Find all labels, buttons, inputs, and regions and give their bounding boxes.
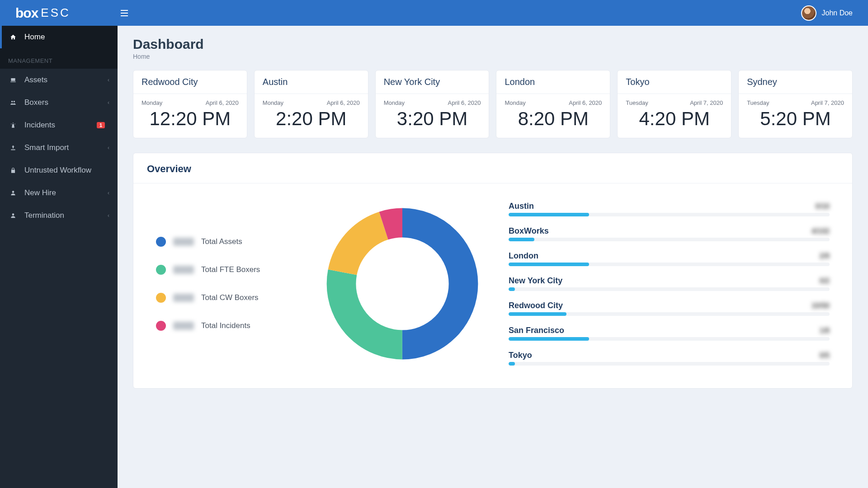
legend-item: Total Incidents (156, 321, 296, 331)
donut-chart (305, 202, 500, 366)
legend-label: Total Incidents (201, 321, 250, 330)
progress-bar (509, 238, 830, 241)
clock-day: Tuesday (747, 99, 769, 106)
city-name: New York City (509, 276, 562, 286)
overview-panel: Overview Total AssetsTotal FTE BoxersTot… (133, 153, 853, 389)
clock-date: April 6, 2020 (448, 99, 481, 106)
city-progress-row: BoxWorks4/102 (509, 226, 830, 241)
clock-time: 2:20 PM (263, 108, 360, 130)
beacon-icon (8, 122, 18, 128)
city-progress-row: Austin0/10 (509, 202, 830, 216)
sidebar-item-boxers[interactable]: Boxers‹ (0, 91, 118, 114)
overview-title: Overview (133, 153, 852, 183)
clock-city: Tokyo (618, 70, 731, 94)
chevron-left-icon: ‹ (108, 190, 109, 196)
clock-card: LondonMondayApril 6, 20208:20 PM (496, 70, 610, 138)
city-name: Tokyo (509, 351, 532, 360)
progress-fill (509, 337, 589, 341)
legend-label: Total CW Boxers (201, 293, 259, 302)
progress-fill (509, 213, 589, 216)
progress-bar (509, 337, 830, 341)
progress-bar (509, 362, 830, 366)
user-icon (8, 212, 18, 219)
sidebar-item-label: Home (24, 33, 109, 42)
progress-fill (509, 362, 515, 366)
clock-date: April 7, 2020 (690, 99, 723, 106)
city-progress-row: New York City0/2 (509, 276, 830, 291)
city-progress-row: London2/9 (509, 251, 830, 266)
laptop-icon (8, 77, 18, 83)
sidebar: Home MANAGEMENT Assets‹Boxers‹Incidents1… (0, 26, 118, 488)
progress-bar (509, 287, 830, 291)
user-menu[interactable]: John Doe (801, 5, 868, 21)
sidebar-item-home[interactable]: Home (0, 26, 118, 48)
city-name: San Francisco (509, 326, 564, 335)
clock-date: April 6, 2020 (206, 99, 239, 106)
sidebar-badge: 1 (97, 122, 105, 128)
chevron-left-icon: ‹ (108, 77, 109, 83)
legend-label: Total FTE Boxers (201, 265, 260, 274)
user-name-label: John Doe (822, 9, 853, 17)
city-name: BoxWorks (509, 226, 549, 236)
legend-item: Total FTE Boxers (156, 265, 296, 275)
page-title: Dashboard (133, 37, 853, 52)
sidebar-item-smart-import[interactable]: Smart Import‹ (0, 136, 118, 159)
legend-swatch (156, 293, 166, 303)
chevron-left-icon: ‹ (108, 145, 109, 151)
progress-fill (509, 238, 534, 241)
sidebar-item-assets[interactable]: Assets‹ (0, 69, 118, 91)
progress-bar (509, 213, 830, 216)
chevron-left-icon: ‹ (108, 212, 109, 219)
progress-fill (509, 312, 566, 316)
legend-value-redacted (173, 238, 194, 246)
sidebar-item-untrusted-workflow[interactable]: Untrusted Workflow (0, 159, 118, 182)
clock-date: April 7, 2020 (811, 99, 844, 106)
city-progress-row: Redwood City10/50 (509, 301, 830, 316)
progress-bar (509, 312, 830, 316)
users-icon (8, 99, 18, 106)
menu-toggle-icon[interactable] (118, 10, 131, 16)
clock-day: Monday (384, 99, 405, 106)
clock-city: Redwood City (133, 70, 247, 94)
avatar (801, 5, 816, 21)
clock-city: Austin (255, 70, 368, 94)
clock-card: Redwood CityMondayApril 6, 202012:20 PM (133, 70, 247, 138)
clock-city: New York City (376, 70, 489, 94)
brand-logo: box ESC (0, 5, 118, 21)
city-value-redacted: 10/50 (811, 302, 830, 310)
lock-icon (8, 167, 18, 174)
city-progress-row: San Francisco1/8 (509, 326, 830, 341)
clock-day: Tuesday (626, 99, 648, 106)
clock-city: London (496, 70, 610, 94)
legend-item: Total Assets (156, 237, 296, 247)
sidebar-item-termination[interactable]: Termination‹ (0, 204, 118, 227)
clock-city: Sydney (739, 70, 852, 94)
city-value-redacted: 4/102 (811, 227, 830, 235)
brand-light: ESC (41, 6, 70, 20)
user-icon (8, 190, 18, 196)
legend-swatch (156, 265, 166, 275)
home-icon (8, 34, 18, 40)
legend-swatch (156, 237, 166, 247)
sidebar-item-label: Incidents (24, 121, 97, 130)
clock-card: New York CityMondayApril 6, 20203:20 PM (375, 70, 490, 138)
city-value-redacted: 0/5 (820, 352, 830, 360)
breadcrumb[interactable]: Home (133, 53, 853, 60)
clock-card: SydneyTuesdayApril 7, 20205:20 PM (738, 70, 853, 138)
sidebar-item-label: Boxers (24, 98, 108, 107)
clock-time: 5:20 PM (747, 108, 844, 130)
main-content: Dashboard Home Redwood CityMondayApril 6… (118, 26, 868, 399)
city-value-redacted: 1/8 (820, 327, 830, 335)
progress-fill (509, 263, 589, 266)
progress-bar (509, 263, 830, 266)
clock-day: Monday (142, 99, 162, 106)
city-name: London (509, 251, 538, 261)
sidebar-item-label: Termination (24, 211, 108, 220)
legend-swatch (156, 321, 166, 331)
sidebar-item-label: New Hire (24, 188, 108, 197)
clock-time: 3:20 PM (384, 108, 481, 130)
upload-icon (8, 145, 18, 151)
sidebar-item-new-hire[interactable]: New Hire‹ (0, 182, 118, 204)
clock-date: April 6, 2020 (327, 99, 360, 106)
sidebar-item-incidents[interactable]: Incidents1 (0, 114, 118, 136)
